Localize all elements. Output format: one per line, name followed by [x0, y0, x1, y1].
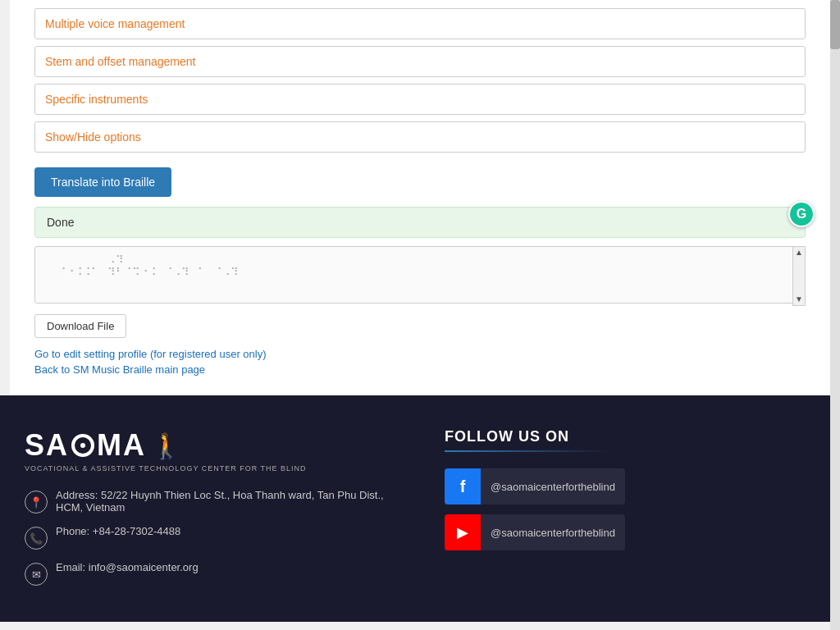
footer-left: SA MA 🚶 VOCATIONAL & ASSISTIVE TECHNOLOG… — [25, 428, 395, 597]
youtube-icon: ▶ — [457, 523, 468, 541]
logo-sa: SA — [25, 428, 69, 463]
back-main-link[interactable]: Back to SM Music Braille main page — [34, 363, 806, 376]
braille-output-textarea[interactable]: ⠀⠀⠀⠀⠀⠀⠀⠀⠠⠹⠀⠀⠀⠀⠀⠀⠀⠀⠀⠀ ⠀⠀⠈⠐⠨⠨⠁⠀⠹⠃⠈⠩⠐⠨⠀⠈⠠⠹⠀… — [34, 246, 806, 304]
phone-text: Phone: +84-28-7302-4488 — [56, 525, 180, 537]
footer-logo: SA MA 🚶 VOCATIONAL & ASSISTIVE TECHNOLOG… — [25, 428, 395, 472]
email-row: ✉ Email: info@saomaicenter.org — [25, 561, 395, 586]
youtube-handle: @saomaicenterfortheblind — [481, 514, 625, 550]
options-list: Multiple voice management Stem and offse… — [34, 8, 806, 153]
phone-icon: 📞 — [25, 527, 48, 550]
email-text: Email: info@saomaicenter.org — [56, 561, 199, 573]
follow-title: FOLLOW US ON — [445, 428, 815, 445]
facebook-icon: f — [460, 477, 466, 496]
main-content: Multiple voice management Stem and offse… — [10, 0, 830, 395]
phone-row: 📞 Phone: +84-28-7302-4488 — [25, 525, 395, 550]
logo-ma: MA — [97, 428, 146, 463]
list-item-show-hide[interactable]: Show/Hide options — [34, 121, 806, 153]
footer: SA MA 🚶 VOCATIONAL & ASSISTIVE TECHNOLOG… — [0, 395, 840, 622]
edit-setting-link[interactable]: Go to edit setting profile (for register… — [34, 348, 806, 360]
bottom-links: Go to edit setting profile (for register… — [34, 348, 806, 376]
done-text: Done — [47, 216, 74, 229]
list-item-specific-instruments[interactable]: Specific instruments — [34, 84, 806, 115]
youtube-button[interactable]: ▶ @saomaicenterfortheblind — [445, 514, 625, 550]
page-scrollbar[interactable] — [830, 0, 840, 622]
scroll-down-arrow[interactable]: ▼ — [795, 295, 803, 304]
facebook-handle: @saomaicenterfortheblind — [481, 468, 625, 504]
translate-braille-button[interactable]: Translate into Braille — [34, 167, 171, 197]
scroll-up-arrow[interactable]: ▲ — [795, 249, 803, 257]
location-icon: 📍 — [25, 491, 48, 514]
follow-underline — [445, 450, 609, 452]
list-item-stem-offset[interactable]: Stem and offset management — [34, 46, 806, 77]
facebook-icon-box: f — [445, 468, 481, 504]
logo-subtitle: VOCATIONAL & ASSISTIVE TECHNOLOGY CENTER… — [25, 464, 395, 472]
braille-output-wrapper: ⠀⠀⠀⠀⠀⠀⠀⠀⠠⠹⠀⠀⠀⠀⠀⠀⠀⠀⠀⠀ ⠀⠀⠈⠐⠨⠨⠁⠀⠹⠃⠈⠩⠐⠨⠀⠈⠠⠹⠀… — [34, 246, 806, 306]
address-row: 📍 Address: 52/22 Huynh Thien Loc St., Ho… — [25, 489, 395, 514]
scroll-thumb[interactable] — [830, 0, 840, 49]
footer-contact: 📍 Address: 52/22 Huynh Thien Loc St., Ho… — [25, 489, 395, 586]
done-status-box: Done SA G — [34, 207, 806, 238]
facebook-button[interactable]: f @saomaicenterfortheblind — [445, 468, 625, 504]
youtube-icon-box: ▶ — [445, 514, 481, 550]
textarea-scrollbar[interactable]: ▲ ▼ — [792, 246, 806, 306]
grammarly-badge[interactable]: SA G — [788, 201, 815, 227]
logo-person-icon: 🚶 — [151, 431, 183, 460]
list-item-multiple-voice[interactable]: Multiple voice management — [34, 8, 806, 39]
footer-right: FOLLOW US ON f @saomaicenterfortheblind … — [445, 428, 815, 560]
email-icon: ✉ — [25, 563, 48, 586]
logo-o-circle — [71, 434, 94, 457]
download-file-button[interactable]: Download File — [34, 314, 126, 338]
address-text: Address: 52/22 Huynh Thien Loc St., Hoa … — [56, 489, 395, 514]
